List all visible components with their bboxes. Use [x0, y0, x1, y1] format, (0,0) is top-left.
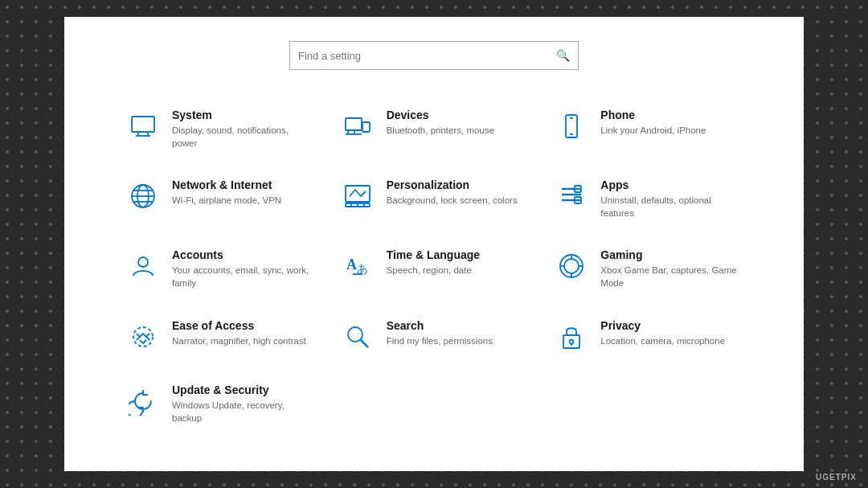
- phone-icon: [554, 109, 589, 144]
- settings-grid: System Display, sound, notifications, po…: [113, 94, 755, 439]
- setting-item-phone[interactable]: Phone Link your Android, iPhone: [541, 94, 755, 164]
- search-bar-container: 🔍: [113, 41, 755, 70]
- setting-desc-accounts: Your accounts, email, sync, work, family: [172, 264, 314, 289]
- setting-title-ease: Ease of Access: [172, 319, 306, 332]
- svg-point-32: [564, 259, 579, 273]
- svg-rect-4: [346, 118, 362, 130]
- setting-item-devices[interactable]: Devices Bluetooth, printers, mouse: [327, 94, 542, 164]
- setting-text-accounts: Accounts Your accounts, email, sync, wor…: [172, 248, 314, 289]
- svg-point-27: [138, 257, 148, 267]
- search-icon: [340, 319, 375, 355]
- setting-desc-ease: Narrator, magnifier, high contrast: [172, 334, 306, 347]
- search-bar[interactable]: 🔍: [289, 41, 579, 70]
- setting-title-apps: Apps: [600, 178, 743, 191]
- setting-item-accounts[interactable]: Accounts Your accounts, email, sync, wor…: [113, 234, 327, 304]
- setting-item-personalization[interactable]: Personalization Background, lock screen,…: [327, 164, 542, 234]
- setting-title-phone: Phone: [600, 109, 706, 121]
- setting-desc-search: Find my files, permissions: [387, 334, 493, 347]
- setting-desc-network: Wi-Fi, airplane mode, VPN: [172, 194, 281, 207]
- setting-title-accounts: Accounts: [172, 248, 314, 261]
- ease-icon: [125, 319, 161, 355]
- setting-text-system: System Display, sound, notifications, po…: [172, 109, 314, 150]
- setting-text-update: Update & Security Windows Update, recove…: [172, 383, 314, 424]
- apps-icon: [554, 178, 589, 214]
- search-icon: 🔍: [556, 49, 570, 62]
- setting-text-privacy: Privacy Location, camera, microphone: [600, 319, 725, 347]
- setting-item-gaming[interactable]: Gaming Xbox Game Bar, captures, Game Mod…: [541, 234, 755, 304]
- setting-desc-phone: Link your Android, iPhone: [600, 124, 706, 137]
- setting-item-apps[interactable]: Apps Uninstall, defaults, optional featu…: [541, 164, 755, 234]
- setting-text-time: Time & Language Speech, region, date: [387, 248, 480, 277]
- search-input[interactable]: [298, 50, 556, 62]
- svg-text:あ: あ: [357, 263, 368, 275]
- gaming-icon: [554, 248, 589, 284]
- setting-item-search[interactable]: Search Find my files, permissions: [327, 305, 542, 369]
- svg-rect-17: [346, 186, 370, 202]
- setting-text-search: Search Find my files, permissions: [387, 319, 493, 347]
- setting-desc-privacy: Location, camera, microphone: [600, 334, 725, 347]
- setting-desc-personalization: Background, lock screen, colors: [387, 194, 518, 207]
- setting-desc-devices: Bluetooth, printers, mouse: [387, 124, 494, 137]
- update-icon: [125, 383, 161, 419]
- svg-text:A: A: [346, 256, 357, 273]
- svg-line-39: [361, 340, 368, 347]
- setting-title-update: Update & Security: [172, 383, 314, 396]
- devices-icon: [340, 109, 375, 144]
- setting-text-personalization: Personalization Background, lock screen,…: [387, 178, 518, 207]
- svg-rect-0: [132, 117, 154, 132]
- setting-text-apps: Apps Uninstall, defaults, optional featu…: [600, 178, 743, 219]
- setting-text-ease: Ease of Access Narrator, magnifier, high…: [172, 319, 306, 347]
- setting-desc-gaming: Xbox Game Bar, captures, Game Mode: [600, 264, 743, 289]
- setting-item-time[interactable]: A あ Time & Language Speech, region, date: [327, 234, 542, 304]
- setting-item-privacy[interactable]: Privacy Location, camera, microphone: [541, 305, 755, 369]
- setting-title-system: System: [172, 109, 314, 121]
- system-icon: [125, 109, 161, 144]
- setting-desc-apps: Uninstall, defaults, optional features: [600, 194, 743, 219]
- setting-text-phone: Phone Link your Android, iPhone: [600, 109, 706, 137]
- setting-title-search: Search: [387, 319, 493, 332]
- setting-item-ease[interactable]: Ease of Access Narrator, magnifier, high…: [113, 305, 327, 369]
- setting-title-time: Time & Language: [387, 248, 480, 261]
- privacy-icon: [554, 319, 589, 355]
- personalization-icon: [340, 178, 375, 214]
- setting-title-privacy: Privacy: [600, 319, 725, 332]
- setting-desc-system: Display, sound, notifications, power: [172, 124, 314, 150]
- watermark: UGETPIX: [816, 473, 857, 482]
- svg-point-41: [570, 339, 574, 343]
- setting-text-devices: Devices Bluetooth, printers, mouse: [387, 109, 494, 137]
- setting-item-system[interactable]: System Display, sound, notifications, po…: [113, 94, 327, 164]
- setting-desc-time: Speech, region, date: [387, 264, 480, 277]
- setting-title-devices: Devices: [387, 109, 494, 121]
- svg-rect-40: [563, 335, 579, 348]
- setting-text-network: Network & Internet Wi-Fi, airplane mode,…: [172, 178, 281, 207]
- setting-title-personalization: Personalization: [387, 178, 518, 191]
- setting-item-update[interactable]: Update & Security Windows Update, recove…: [113, 369, 327, 439]
- svg-rect-5: [362, 122, 370, 132]
- svg-point-38: [348, 327, 362, 342]
- time-icon: A あ: [340, 248, 375, 284]
- settings-window: 🔍 System Display, sound, notifications, …: [64, 17, 804, 471]
- accounts-icon: [125, 248, 161, 284]
- setting-title-gaming: Gaming: [600, 248, 743, 261]
- setting-text-gaming: Gaming Xbox Game Bar, captures, Game Mod…: [600, 248, 743, 289]
- network-icon: [125, 178, 161, 214]
- setting-title-network: Network & Internet: [172, 178, 281, 191]
- setting-item-network[interactable]: Network & Internet Wi-Fi, airplane mode,…: [113, 164, 327, 234]
- setting-desc-update: Windows Update, recovery, backup: [172, 399, 314, 424]
